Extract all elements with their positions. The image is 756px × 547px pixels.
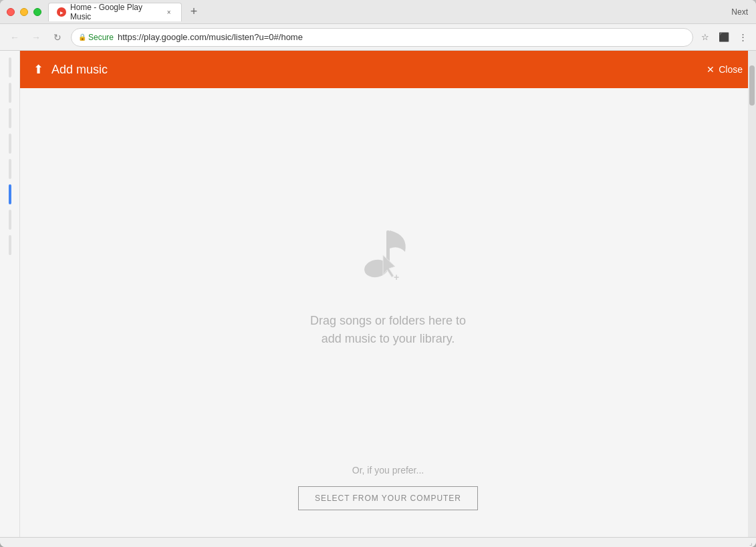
address-bar: ← → ↻ 🔒 Secure https://play.google.com/m… bbox=[0, 24, 756, 51]
sidebar-item bbox=[9, 210, 11, 230]
address-url: https://play.google.com/music/listen?u=0… bbox=[118, 32, 303, 42]
sidebar bbox=[0, 51, 20, 537]
lock-icon: 🔒 bbox=[78, 33, 86, 41]
sidebar-item bbox=[9, 57, 11, 77]
address-actions: ☆ ⬛ ⋮ bbox=[699, 31, 749, 44]
address-input[interactable]: 🔒 Secure https://play.google.com/music/l… bbox=[71, 28, 693, 47]
add-music-modal: ⬆ Add music ✕ Close bbox=[20, 51, 756, 537]
drag-text-line2: add music to your library. bbox=[310, 330, 466, 348]
modal-body: + Drag songs or folders here to add musi… bbox=[20, 88, 756, 537]
drop-zone: + Drag songs or folders here to add musi… bbox=[20, 88, 756, 465]
main-area: ⬆ Add music ✕ Close bbox=[20, 51, 756, 537]
forward-button[interactable]: → bbox=[28, 29, 44, 45]
sidebar-item bbox=[9, 235, 11, 255]
divider-section: Or, if you prefer... SELECT FROM YOUR CO… bbox=[298, 465, 478, 510]
tab-favicon bbox=[57, 7, 66, 17]
maximize-button[interactable] bbox=[33, 8, 41, 16]
secure-badge: 🔒 Secure bbox=[78, 33, 114, 42]
tab-bar: Home - Google Play Music × + bbox=[48, 3, 749, 21]
active-tab[interactable]: Home - Google Play Music × bbox=[48, 3, 182, 21]
svg-text:+: + bbox=[394, 272, 399, 283]
sidebar-item bbox=[9, 83, 11, 103]
bookmark-star-icon[interactable]: ☆ bbox=[699, 31, 712, 44]
music-icon-wrap: + bbox=[342, 205, 435, 299]
back-button[interactable]: ← bbox=[7, 29, 23, 45]
music-note-icon: + bbox=[348, 212, 428, 292]
next-label: Next bbox=[731, 7, 748, 17]
cast-icon[interactable]: ⬛ bbox=[717, 31, 731, 44]
minimize-button[interactable] bbox=[20, 8, 28, 16]
tab-title: Home - Google Play Music bbox=[70, 3, 158, 21]
modal-title-wrap: ⬆ Add music bbox=[33, 62, 108, 77]
resize-handle[interactable]: ⌟ bbox=[746, 538, 756, 548]
bottom-bar: ⌟ bbox=[0, 537, 756, 547]
upload-icon: ⬆ bbox=[33, 62, 43, 77]
close-x-icon: ✕ bbox=[707, 64, 715, 75]
modal-header: ⬆ Add music ✕ Close bbox=[20, 51, 756, 88]
sidebar-item-active bbox=[9, 184, 11, 204]
browser-window: Home - Google Play Music × + Next ← → ↻ … bbox=[0, 0, 756, 547]
sidebar-item bbox=[9, 134, 11, 154]
scrollbar-thumb[interactable] bbox=[749, 65, 755, 106]
menu-icon[interactable]: ⋮ bbox=[736, 31, 749, 44]
drag-text: Drag songs or folders here to add music … bbox=[310, 312, 466, 348]
traffic-lights bbox=[7, 8, 41, 16]
sidebar-nav bbox=[0, 51, 20, 255]
select-from-computer-button[interactable]: SELECT FROM YOUR COMPUTER bbox=[298, 486, 478, 510]
browser-content: ⬆ Add music ✕ Close bbox=[0, 51, 756, 537]
sidebar-item bbox=[9, 108, 11, 128]
scrollbar[interactable] bbox=[748, 51, 756, 537]
refresh-button[interactable]: ↻ bbox=[49, 29, 66, 45]
sidebar-item bbox=[9, 159, 11, 179]
secure-label: Secure bbox=[88, 33, 114, 42]
prefer-text: Or, if you prefer... bbox=[352, 465, 424, 476]
new-tab-button[interactable]: + bbox=[184, 3, 203, 21]
tab-close-button[interactable]: × bbox=[164, 7, 173, 17]
close-button[interactable] bbox=[7, 8, 15, 16]
title-bar: Home - Google Play Music × + Next bbox=[0, 0, 756, 24]
modal-title: Add music bbox=[51, 63, 108, 77]
drag-text-line1: Drag songs or folders here to bbox=[310, 312, 466, 330]
close-label: Close bbox=[719, 64, 743, 75]
modal-close-button[interactable]: ✕ Close bbox=[707, 64, 743, 75]
